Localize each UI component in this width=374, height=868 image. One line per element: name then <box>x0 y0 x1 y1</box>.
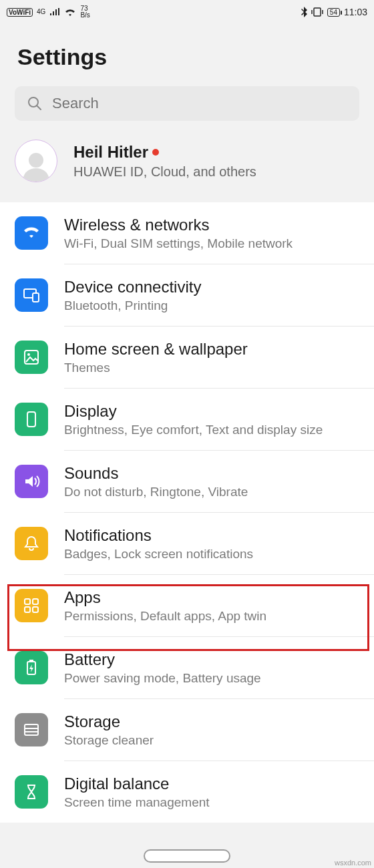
row-subtitle: Badges, Lock screen notifications <box>64 547 362 562</box>
vibrate-icon <box>311 7 323 17</box>
row-wireless[interactable]: Wireless & networks Wi-Fi, Dual SIM sett… <box>0 202 374 264</box>
nav-pill[interactable] <box>144 849 230 863</box>
row-title: Display <box>64 402 362 421</box>
row-title: Device connectivity <box>64 278 362 296</box>
watermark: wsxdn.com <box>335 859 371 867</box>
svg-rect-9 <box>25 599 30 604</box>
account-row[interactable]: Heil Hitler HUAWEI ID, Cloud, and others <box>0 128 374 194</box>
speed-unit: B/s <box>80 12 89 19</box>
signal-icon <box>49 8 60 16</box>
avatar <box>15 140 57 182</box>
search-bar[interactable] <box>15 86 359 121</box>
clock: 11:03 <box>344 7 367 17</box>
search-input[interactable] <box>52 95 347 112</box>
svg-rect-11 <box>25 607 30 612</box>
status-left: VoWiFi 4G 73 B/s <box>7 5 90 19</box>
row-digital-balance[interactable]: Digital balance Screen time management <box>0 761 374 823</box>
battery-icon: 54 <box>327 8 340 17</box>
row-title: Battery <box>64 650 362 669</box>
notification-dot-icon <box>152 149 159 156</box>
row-notifications[interactable]: Notifications Badges, Lock screen notifi… <box>0 513 374 574</box>
wifi-status-icon <box>64 7 76 17</box>
devices-icon <box>15 278 48 312</box>
svg-line-2 <box>37 105 41 110</box>
status-bar: VoWiFi 4G 73 B/s 54 11:03 <box>0 0 374 24</box>
battery-icon <box>15 651 48 684</box>
row-title: Storage <box>64 712 362 731</box>
settings-list: Wireless & networks Wi-Fi, Dual SIM sett… <box>0 202 374 823</box>
row-device-connectivity[interactable]: Device connectivity Bluetooth, Printing <box>0 264 374 326</box>
row-title: Apps <box>64 588 362 607</box>
account-subtitle: HUAWEI ID, Cloud, and others <box>73 164 256 180</box>
row-title: Wireless & networks <box>64 216 362 234</box>
network-type: 4G <box>37 9 45 15</box>
hourglass-icon <box>15 775 48 809</box>
svg-rect-12 <box>33 607 38 612</box>
row-sounds[interactable]: Sounds Do not disturb, Ringtone, Vibrate <box>0 451 374 512</box>
row-title: Home screen & wallpaper <box>64 340 362 359</box>
search-icon <box>27 95 43 112</box>
row-subtitle: Wi-Fi, Dual SIM settings, Mobile network <box>64 236 362 251</box>
svg-rect-15 <box>25 724 38 735</box>
status-right: 54 11:03 <box>301 7 367 17</box>
wifi-icon <box>15 216 48 250</box>
row-battery[interactable]: Battery Power saving mode, Battery usage <box>0 637 374 698</box>
row-subtitle: Power saving mode, Battery usage <box>64 671 362 686</box>
svg-rect-8 <box>27 412 35 427</box>
apps-icon <box>15 589 48 622</box>
account-name: Heil Hitler <box>73 143 148 162</box>
svg-rect-5 <box>33 293 39 302</box>
svg-rect-0 <box>314 8 321 16</box>
svg-rect-10 <box>33 599 38 604</box>
row-title: Notifications <box>64 526 362 545</box>
row-subtitle: Themes <box>64 361 362 375</box>
row-title: Digital balance <box>64 775 362 793</box>
row-home-screen[interactable]: Home screen & wallpaper Themes <box>0 327 374 388</box>
row-subtitle: Brightness, Eye comfort, Text and displa… <box>64 423 362 437</box>
svg-rect-14 <box>29 660 33 662</box>
bell-icon <box>15 527 48 560</box>
vowifi-badge: VoWiFi <box>7 8 33 17</box>
row-subtitle: Storage cleaner <box>64 733 362 748</box>
display-icon <box>15 403 48 436</box>
wallpaper-icon <box>15 341 48 374</box>
bluetooth-icon <box>301 7 307 17</box>
row-storage[interactable]: Storage Storage cleaner <box>0 699 374 761</box>
row-subtitle: Do not disturb, Ringtone, Vibrate <box>64 485 362 499</box>
row-subtitle: Screen time management <box>64 795 362 810</box>
row-subtitle: Permissions, Default apps, App twin <box>64 609 362 624</box>
row-display[interactable]: Display Brightness, Eye comfort, Text an… <box>0 389 374 450</box>
sound-icon <box>15 465 48 498</box>
storage-icon <box>15 713 48 746</box>
row-title: Sounds <box>64 464 362 483</box>
page-title: Settings <box>0 24 374 86</box>
row-subtitle: Bluetooth, Printing <box>64 298 362 313</box>
svg-point-3 <box>29 153 43 168</box>
row-apps[interactable]: Apps Permissions, Default apps, App twin <box>0 575 374 636</box>
svg-point-7 <box>27 353 30 356</box>
